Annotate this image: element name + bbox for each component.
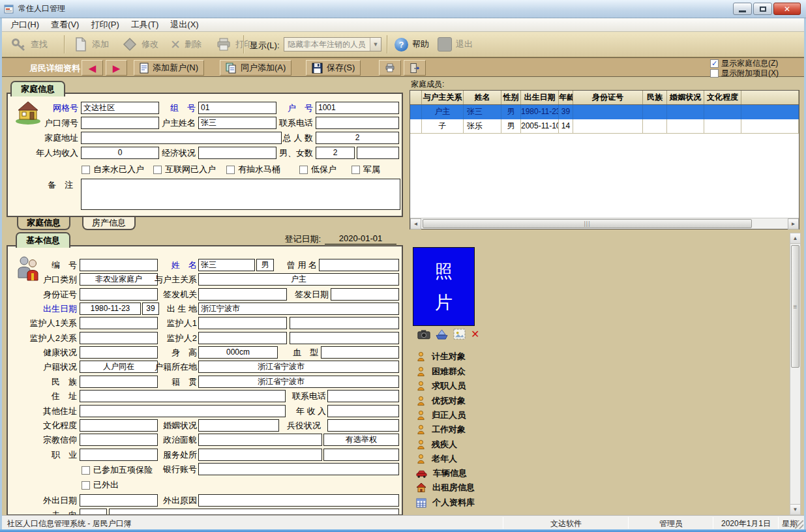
no-input[interactable] <box>80 259 158 271</box>
out-reason-input[interactable] <box>198 494 399 507</box>
voting-right-box[interactable]: 有选举权 <box>323 434 399 446</box>
menu-print[interactable]: 打印(P) <box>85 18 125 32</box>
hukou-status-input[interactable]: 人户同在 <box>80 361 158 373</box>
hukou-type-input[interactable]: 非农业家庭户 <box>80 273 158 286</box>
scroll-left-icon[interactable]: ◄ <box>410 218 421 229</box>
sex-input[interactable]: 男 <box>256 259 274 271</box>
add-new-household-button[interactable]: 添加新户(N) <box>134 60 204 76</box>
gone-out-checkbox[interactable]: 已外出 <box>82 479 119 491</box>
guardian1-extra-input[interactable] <box>290 317 399 329</box>
insurance-checkbox[interactable]: 已参加五项保险 <box>82 464 153 476</box>
total-count-input[interactable]: 2 <box>316 132 399 144</box>
category-work-target[interactable]: 工作对象 <box>416 424 466 436</box>
camera-icon[interactable] <box>417 329 430 340</box>
tap-water-checkbox[interactable]: 自来水已入户 <box>82 164 144 175</box>
member-row-selected[interactable]: 户主 张三 男 1980-11-23 39 <box>410 105 799 119</box>
members-horizontal-scrollbar[interactable]: ◄ ||| ► <box>410 218 799 229</box>
blood-type-input[interactable] <box>321 346 399 359</box>
economy-input[interactable] <box>198 147 276 159</box>
category-job-seeker[interactable]: 求职人员 <box>416 380 466 392</box>
category-family-planning[interactable]: 计生对象 <box>416 351 466 362</box>
save-button[interactable]: 保存(S) <box>306 60 361 76</box>
head-name-input[interactable]: 张三 <box>198 117 276 129</box>
note-textarea[interactable] <box>81 179 400 210</box>
annual-income-input[interactable] <box>327 405 399 417</box>
menu-huji[interactable]: 户口(H) <box>5 18 45 32</box>
origin-input[interactable]: 浙江省宁波市 <box>198 376 399 388</box>
close-detail-button[interactable] <box>404 60 426 76</box>
hukou-place-input[interactable]: 浙江省宁波市 <box>198 361 399 373</box>
scroll-right-icon[interactable]: ► <box>788 218 799 229</box>
scroll-up-icon[interactable]: ▲ <box>790 233 800 244</box>
display-filter-select[interactable]: 隐藏非本年注销的人员 ▼ <box>284 37 381 52</box>
prev-record-button[interactable]: ◀ <box>82 60 103 76</box>
scanner-icon[interactable] <box>436 329 448 340</box>
right-vertical-scrollbar[interactable]: ▲ ≡ ▼ <box>790 233 801 515</box>
add-same-household-button[interactable]: 同户添加(A) <box>220 60 291 76</box>
religion-input[interactable] <box>80 434 158 446</box>
scrollbar-thumb[interactable]: ≡ <box>791 245 799 368</box>
hu-input[interactable]: 1001 <box>316 102 399 114</box>
nation-input[interactable] <box>80 376 158 388</box>
bank-account-input[interactable] <box>198 463 399 475</box>
register-date-value[interactable]: 2020-01-01 <box>325 233 396 244</box>
group-input[interactable]: 01 <box>198 102 276 114</box>
bottom-tab-property-info[interactable]: 房产信息 <box>82 217 136 230</box>
category-personal-archive[interactable]: 个人资料库 <box>416 497 475 509</box>
menu-tools[interactable]: 工具(T) <box>125 18 165 32</box>
id-number-input[interactable] <box>80 288 158 301</box>
next-record-button[interactable]: ▶ <box>106 60 127 76</box>
job-input[interactable] <box>80 449 158 461</box>
male-count-input[interactable]: 2 <box>316 147 355 159</box>
modify-button[interactable]: 修改 <box>118 35 162 54</box>
grid-input[interactable]: 文达社区 <box>81 102 159 114</box>
booklet-input[interactable] <box>81 117 159 129</box>
education-input[interactable] <box>80 419 158 432</box>
category-rehabilitated[interactable]: 归正人员 <box>416 409 466 421</box>
marriage-input[interactable] <box>198 419 279 432</box>
tab-family-info[interactable]: 家庭信息 <box>10 81 65 96</box>
guardian2-input[interactable] <box>198 332 287 344</box>
name-input[interactable]: 张三 <box>198 259 255 271</box>
out-date-input[interactable] <box>80 494 158 507</box>
category-special-care[interactable]: 优抚对象 <box>416 395 466 407</box>
delete-button[interactable]: ✕ 删除 <box>166 35 205 54</box>
category-elderly[interactable]: 老年人 <box>416 453 457 465</box>
military-service-input[interactable] <box>327 419 399 432</box>
workplace-input[interactable] <box>198 449 322 461</box>
issue-org-input[interactable] <box>198 288 287 301</box>
print-detail-button[interactable] <box>379 60 401 76</box>
close-button[interactable]: ✕ <box>773 3 801 15</box>
menu-view[interactable]: 查看(V) <box>45 18 85 32</box>
tab-basic-info[interactable]: 基本信息 <box>16 232 70 248</box>
resize-grip[interactable] <box>795 520 803 529</box>
workplace-extra-input[interactable] <box>323 449 399 461</box>
scrollbar-thumb[interactable]: ||| <box>423 219 752 228</box>
category-rental-housing-info[interactable]: 出租房信息 <box>416 482 475 494</box>
guardian1-relation-input[interactable] <box>80 317 158 329</box>
find-button[interactable]: 查找 <box>7 35 52 54</box>
guardian2-extra-input[interactable] <box>290 332 399 344</box>
health-input[interactable] <box>80 346 158 359</box>
category-disabled[interactable]: 残疾人 <box>416 439 457 451</box>
show-extra-items-checkbox[interactable]: 显示附加项目(X) <box>710 68 779 79</box>
age-input[interactable]: 39 <box>142 303 159 315</box>
address-input[interactable] <box>80 390 286 402</box>
member-row[interactable]: 子 张乐 男 2005-11-10 14 <box>410 119 799 134</box>
family-phone-input[interactable] <box>316 117 399 129</box>
other-address-input[interactable] <box>80 405 286 417</box>
birth-date-input[interactable]: 1980-11-23 <box>80 303 141 315</box>
flush-toilet-checkbox[interactable]: 有抽水马桶 <box>226 164 280 175</box>
category-needy[interactable]: 困难群众 <box>416 366 466 377</box>
family-address-input[interactable] <box>81 132 282 144</box>
former-name-input[interactable] <box>319 259 399 271</box>
image-icon[interactable] <box>453 329 466 340</box>
add-button[interactable]: 添加 <box>70 35 113 54</box>
delete-photo-icon[interactable]: ✕ <box>471 329 479 340</box>
guardian1-input[interactable] <box>198 317 287 329</box>
help-button[interactable]: ? 帮助 <box>391 35 433 54</box>
military-family-checkbox[interactable]: 军属 <box>351 164 380 175</box>
bottom-tab-family-info[interactable]: 家庭信息 <box>17 217 70 230</box>
income-input[interactable]: 0 <box>81 147 159 159</box>
relation-input[interactable]: 户主 <box>198 273 399 286</box>
